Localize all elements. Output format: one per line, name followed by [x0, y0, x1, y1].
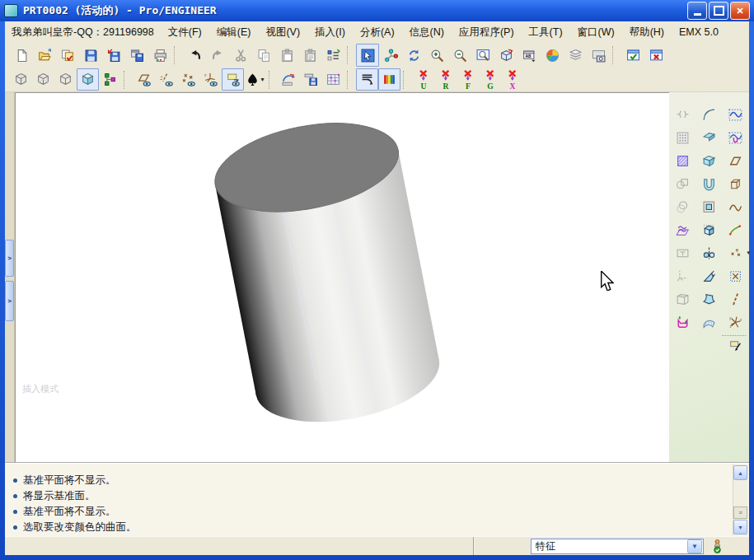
points-more-caret[interactable]: ▾: [747, 250, 750, 256]
undo-button[interactable]: [183, 44, 206, 67]
redo-button[interactable]: [206, 44, 229, 67]
menu-item-0[interactable]: 文件(F): [161, 24, 209, 40]
plane-drag-tool-button[interactable]: [722, 334, 749, 357]
model-tree-button[interactable]: [99, 68, 121, 91]
extrude-frame-tool-button[interactable]: [722, 172, 749, 195]
copy-button[interactable]: [252, 44, 275, 67]
paste-list-button[interactable]: [298, 44, 321, 67]
colors-button[interactable]: [378, 68, 400, 91]
menu-item-6[interactable]: 应用程序(P): [452, 24, 522, 40]
plane-tool-button[interactable]: [722, 149, 749, 172]
menu-item-2[interactable]: 视图(V): [258, 24, 307, 40]
curve-tool-button[interactable]: [722, 195, 749, 218]
round-tool-button[interactable]: [695, 103, 722, 126]
style-curve-u-tool-button[interactable]: [722, 126, 749, 149]
activate-window-button[interactable]: [621, 44, 644, 67]
wavy-tool-button[interactable]: [669, 218, 695, 241]
select-button[interactable]: [356, 44, 379, 67]
shell-tool-button[interactable]: [669, 287, 695, 310]
revolve-tool-button[interactable]: [695, 241, 722, 264]
pattern-tool-button[interactable]: [669, 126, 695, 149]
csys-dotted-tool-button[interactable]: [722, 264, 749, 287]
maximize-button[interactable]: [709, 2, 728, 20]
message-log-button[interactable]: ≡: [733, 506, 747, 519]
minimize-button[interactable]: [687, 2, 707, 20]
save-session-button[interactable]: [56, 44, 79, 67]
spade-dropdown-caret[interactable]: ▾: [260, 76, 264, 83]
selection-buffer-icon[interactable]: [711, 539, 724, 554]
title-bar[interactable]: PRT0002 (活动的) - Pro/ENGINEER ✕: [0, 0, 754, 21]
mesh-surface-button[interactable]: [322, 68, 344, 91]
csys-star-tool-button[interactable]: yzx: [722, 310, 749, 334]
print-button[interactable]: [148, 44, 171, 67]
menu-item-4[interactable]: 分析(A): [353, 24, 402, 40]
annotations-button[interactable]: [222, 68, 244, 91]
cut-button[interactable]: [229, 44, 252, 67]
sim-R-button[interactable]: R: [434, 68, 457, 91]
appearance-button[interactable]: [541, 44, 564, 67]
update-button[interactable]: [321, 44, 344, 67]
sim-U-button[interactable]: U: [412, 68, 434, 91]
refit-button[interactable]: [471, 44, 494, 67]
scroll-up-button[interactable]: ▲: [733, 465, 747, 480]
dropdown-arrow-icon[interactable]: ▼: [687, 539, 702, 553]
offset-surface-tool-button[interactable]: [695, 195, 722, 218]
expand-panel-button[interactable]: >: [5, 240, 14, 277]
filter-button[interactable]: [356, 68, 378, 91]
menu-item-10[interactable]: EMX 5.0: [672, 24, 726, 40]
blend-tool-button[interactable]: [695, 287, 722, 310]
expand-panel-button-2[interactable]: >: [5, 281, 14, 321]
menu-item-1[interactable]: 编辑(E): [209, 24, 259, 40]
spade-button[interactable]: ▾: [244, 68, 266, 91]
message-scrollbar[interactable]: ▲ ≡ ▼: [733, 464, 747, 535]
rib-tool-button[interactable]: [695, 172, 722, 195]
curve-points-tool-button[interactable]: [722, 218, 749, 241]
sim-F-button[interactable]: F: [457, 68, 479, 91]
graphics-canvas[interactable]: 插入模式: [15, 92, 669, 462]
axis-dashed-tool-button[interactable]: [722, 287, 749, 310]
new-button[interactable]: [10, 44, 33, 67]
no-hidden-button[interactable]: [54, 68, 77, 91]
circle2-tool-button[interactable]: [669, 195, 695, 218]
saved-analyses-button[interactable]: [300, 68, 322, 91]
mirror-tool-button[interactable]: [669, 103, 695, 126]
open-button[interactable]: [33, 44, 56, 67]
menu-item-9[interactable]: 帮助(H): [622, 24, 672, 40]
shaded-button[interactable]: [77, 68, 99, 91]
analysis-button[interactable]: [278, 68, 300, 91]
magenta-u-tool-button[interactable]: [669, 310, 695, 334]
extrude-cube-tool-button[interactable]: [695, 218, 722, 241]
datum-points-button[interactable]: [177, 68, 199, 91]
paste-button[interactable]: [275, 44, 298, 67]
close-window-button[interactable]: [644, 44, 667, 67]
capture-button[interactable]: [587, 44, 610, 67]
zoom-in-button[interactable]: [425, 44, 448, 67]
points-tool-button[interactable]: ▾: [722, 241, 749, 264]
save-as-button[interactable]: [102, 44, 125, 67]
boolean-tool-button[interactable]: [669, 172, 695, 195]
menu-item-7[interactable]: 工具(T): [522, 24, 570, 40]
selection-filter-dropdown[interactable]: 特征 ▼: [531, 539, 704, 554]
menu-item-3[interactable]: 插入(I): [307, 24, 353, 40]
textbox-tool-button[interactable]: [669, 241, 695, 264]
cylinder-model[interactable]: [16, 93, 669, 462]
layers-button[interactable]: [564, 44, 587, 67]
spin-center-button[interactable]: [379, 44, 402, 67]
redraw-button[interactable]: [402, 44, 425, 67]
wireframe-button[interactable]: [10, 68, 32, 91]
menu-item-8[interactable]: 窗口(W): [570, 24, 622, 40]
sim-G-button[interactable]: G: [479, 68, 501, 91]
hatch-tool-button[interactable]: [669, 149, 695, 172]
save-button[interactable]: [79, 44, 102, 67]
sim-X-button[interactable]: X: [501, 68, 523, 91]
sweep-tool-button[interactable]: [695, 264, 722, 287]
datum-planes-button[interactable]: [133, 68, 155, 91]
chamfer-tool-button[interactable]: [695, 126, 722, 149]
axes-tool-button[interactable]: [669, 264, 695, 287]
saved-views-button[interactable]: AB: [517, 44, 541, 67]
close-button[interactable]: ✕: [730, 2, 750, 20]
backup-button[interactable]: [125, 44, 148, 67]
mesh-sheet-tool-button[interactable]: [695, 310, 722, 334]
scroll-down-button[interactable]: ▼: [733, 520, 747, 534]
reorient-button[interactable]: [494, 44, 517, 67]
